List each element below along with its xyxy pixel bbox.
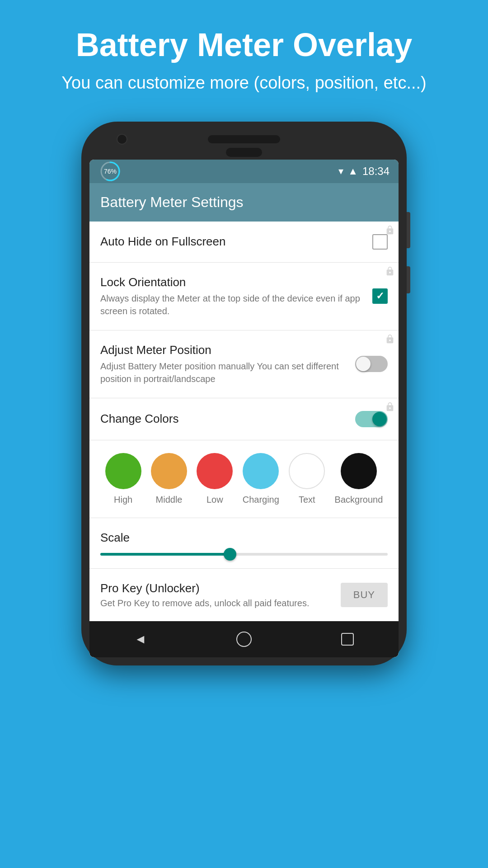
auto-hide-label: Auto Hide on Fullscreen	[100, 235, 363, 249]
camera-icon	[117, 134, 127, 145]
lock-orientation-desc: Always display the Meter at the top side…	[100, 292, 363, 317]
auto-hide-checkbox[interactable]	[372, 234, 388, 250]
color-label-high: High	[114, 495, 132, 505]
color-item-high[interactable]: High	[105, 453, 141, 505]
color-label-middle: Middle	[156, 495, 183, 505]
color-item-text[interactable]: Text	[289, 453, 325, 505]
color-item-low[interactable]: Low	[197, 453, 233, 505]
app-toolbar: Battery Meter Settings	[89, 183, 399, 222]
color-item-background[interactable]: Background	[335, 453, 383, 505]
color-circle-charging[interactable]	[243, 453, 279, 489]
color-circle-high[interactable]	[105, 453, 141, 489]
toolbar-title: Battery Meter Settings	[100, 194, 388, 211]
color-item-charging[interactable]: Charging	[243, 453, 279, 505]
wifi-icon: ▾	[338, 165, 343, 177]
home-button[interactable]	[236, 632, 252, 647]
scale-label: Scale	[100, 531, 388, 545]
recent-button[interactable]	[341, 633, 354, 646]
speaker-grille	[208, 135, 280, 143]
color-circle-low[interactable]	[197, 453, 233, 489]
setting-adjust-position[interactable]: Adjust Meter Position Adjust Battery Met…	[89, 330, 399, 398]
auto-hide-lock-icon	[385, 225, 395, 235]
color-circle-background[interactable]	[341, 453, 377, 489]
color-circle-middle[interactable]	[151, 453, 187, 489]
battery-indicator: 76%	[99, 160, 122, 183]
color-label-background: Background	[335, 495, 383, 505]
phone-screen: 76% ▾ ▲ 18:34 Battery Meter Settings A	[89, 160, 399, 657]
signal-icon: ▲	[348, 165, 358, 177]
setting-lock-orientation[interactable]: Lock Orientation Always display the Mete…	[89, 263, 399, 330]
app-title: Battery Meter Overlay	[18, 27, 470, 63]
settings-list: Auto Hide on Fullscreen Lock Orientation…	[89, 222, 399, 621]
app-subtitle: You can customize more (colors, position…	[18, 72, 470, 94]
pro-key-row: Pro Key (Unlocker) Get Pro Key to remove…	[89, 569, 399, 621]
lock-orientation-checkbox[interactable]	[372, 288, 388, 304]
slider-fill	[100, 553, 230, 556]
adjust-position-lock-icon	[385, 334, 395, 344]
pro-description: Get Pro Key to remove ads, unlock all pa…	[100, 598, 341, 609]
adjust-position-toggle[interactable]	[355, 356, 388, 372]
setting-change-colors[interactable]: Change Colors	[89, 398, 399, 440]
colors-row: HighMiddleLowChargingTextBackground	[89, 440, 399, 518]
color-label-low: Low	[206, 495, 223, 505]
status-bar: 76% ▾ ▲ 18:34	[89, 160, 399, 183]
adjust-position-label: Adjust Meter Position	[100, 343, 346, 357]
adjust-position-desc: Adjust Battery Meter position manually Y…	[100, 360, 346, 385]
buy-button[interactable]: BUY	[341, 583, 388, 607]
status-icons: ▾ ▲ 18:34	[338, 165, 389, 178]
header-area: Battery Meter Overlay You can customize …	[0, 0, 488, 113]
phone-outer: 76% ▾ ▲ 18:34 Battery Meter Settings A	[81, 122, 407, 665]
lock-orientation-lock-icon	[385, 266, 395, 276]
change-colors-toggle[interactable]	[355, 411, 388, 427]
color-label-charging: Charging	[243, 495, 279, 505]
scale-row: Scale	[89, 518, 399, 569]
status-time: 18:34	[362, 165, 389, 178]
nav-bar: ◄	[89, 621, 399, 657]
back-button[interactable]: ◄	[134, 632, 147, 646]
earpiece	[226, 148, 262, 157]
slider-track[interactable]	[100, 553, 388, 556]
change-colors-label: Change Colors	[100, 412, 346, 426]
color-circle-text[interactable]	[289, 453, 325, 489]
slider-thumb[interactable]	[224, 548, 236, 561]
color-item-middle[interactable]: Middle	[151, 453, 187, 505]
setting-auto-hide[interactable]: Auto Hide on Fullscreen	[89, 222, 399, 263]
volume-button[interactable]	[407, 212, 410, 248]
change-colors-lock-icon	[385, 402, 395, 412]
lock-button[interactable]	[407, 266, 410, 293]
battery-percent: 76%	[104, 168, 117, 175]
phone-wrapper: 76% ▾ ▲ 18:34 Battery Meter Settings A	[81, 122, 407, 665]
color-label-text: Text	[299, 495, 315, 505]
lock-orientation-label: Lock Orientation	[100, 275, 363, 289]
pro-title: Pro Key (Unlocker)	[100, 581, 341, 595]
